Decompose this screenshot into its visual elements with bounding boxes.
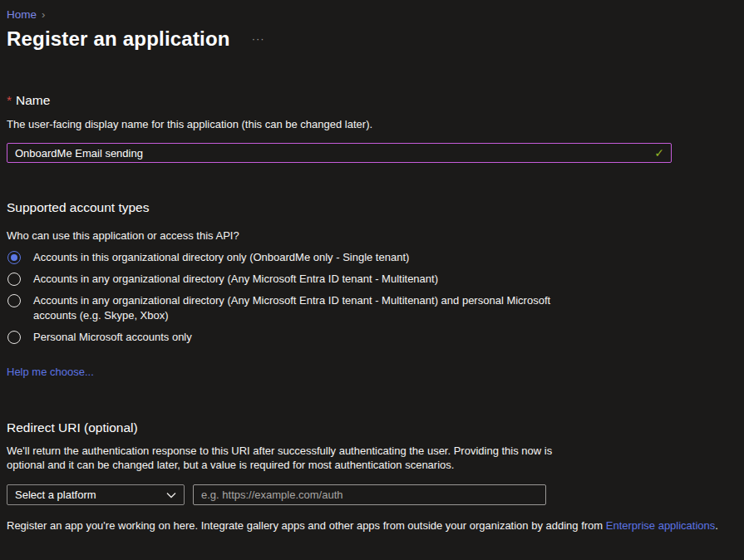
title-row: Register an application ··· (7, 27, 737, 52)
redirect-uri-input[interactable] (193, 484, 546, 505)
name-label-text: Name (16, 93, 50, 107)
radio-button-icon[interactable] (7, 331, 21, 344)
application-name-input[interactable] (7, 143, 672, 163)
redirect-uri-controls: Select a platform (7, 484, 737, 505)
radio-option-single-tenant[interactable]: Accounts in this organizational director… (7, 250, 737, 265)
account-type-radio-group: Accounts in this organizational director… (7, 250, 737, 345)
radio-option-personal-only[interactable]: Personal Microsoft accounts only (7, 330, 737, 345)
radio-option-multitenant-personal[interactable]: Accounts in any organizational directory… (7, 293, 737, 323)
footer-note: Register an app you're working on here. … (7, 518, 737, 533)
radio-button-icon[interactable] (7, 294, 21, 307)
register-application-page: Home › Register an application ··· *Name… (0, 0, 744, 533)
radio-option-label: Accounts in any organizational directory… (33, 293, 559, 323)
account-types-question: Who can use this application or access t… (7, 228, 737, 243)
enterprise-applications-link[interactable]: Enterprise applications (606, 519, 716, 532)
name-field-description: The user-facing display name for this ap… (7, 117, 737, 131)
platform-select-dropdown[interactable]: Select a platform (7, 484, 185, 505)
breadcrumb: Home › (7, 0, 737, 21)
breadcrumb-separator-icon: › (42, 8, 45, 21)
redirect-uri-heading: Redirect URI (optional) (7, 419, 737, 437)
name-input-wrapper: ✓ (7, 143, 672, 163)
radio-option-label: Accounts in this organizational director… (33, 250, 409, 265)
chevron-down-icon (166, 492, 176, 499)
radio-option-multitenant[interactable]: Accounts in any organizational directory… (7, 272, 737, 287)
supported-account-types-heading: Supported account types (7, 199, 737, 217)
radio-option-label: Accounts in any organizational directory… (33, 272, 438, 287)
name-field-label: *Name (7, 92, 737, 109)
help-me-choose-link[interactable]: Help me choose... (7, 366, 94, 378)
required-asterisk: * (7, 93, 12, 107)
radio-button-icon[interactable] (7, 251, 21, 264)
redirect-uri-description: We'll return the authentication response… (7, 444, 557, 472)
radio-button-icon[interactable] (7, 273, 21, 286)
page-title: Register an application (7, 27, 230, 52)
radio-option-label: Personal Microsoft accounts only (33, 330, 192, 345)
footer-text: Register an app you're working on here. … (7, 519, 606, 532)
context-menu-icon[interactable]: ··· (252, 27, 265, 52)
platform-select-value: Select a platform (15, 489, 96, 501)
footer-text-period: . (715, 519, 718, 532)
breadcrumb-home-link[interactable]: Home (7, 8, 37, 21)
